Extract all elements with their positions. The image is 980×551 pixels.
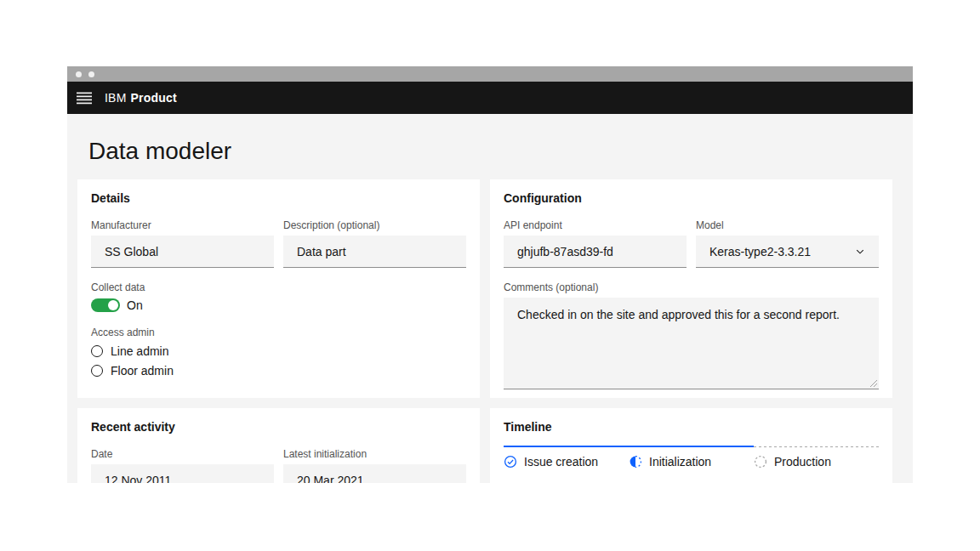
api-endpoint-value: ghjufb-87asd39-fd — [517, 245, 613, 258]
details-heading: Details — [91, 190, 466, 206]
collect-data-toggle-row: On — [91, 298, 466, 313]
manufacturer-field-group: Manufacturer SS Global — [91, 219, 274, 268]
page-title: Data modeler — [88, 136, 892, 167]
comments-value: Checked in on the site and approved this… — [517, 308, 840, 321]
timeline-step-issue-creation: Issue creation — [504, 446, 629, 469]
radio-option-label: Line admin — [111, 344, 169, 358]
date-value: 12 Nov 2011 — [105, 474, 171, 484]
comments-label: Comments (optional) — [504, 281, 879, 294]
timeline-step-body: Production — [754, 447, 879, 469]
description-value: Data part — [297, 245, 346, 258]
collect-data-state: On — [127, 298, 143, 312]
app-window: IBMProduct Data modeler Details Manufact… — [67, 66, 913, 483]
timeline-step-initialization: Initialization — [629, 446, 754, 469]
circle-dash-icon — [754, 455, 767, 469]
hamburger-menu-icon — [77, 92, 92, 105]
date-input[interactable]: 12 Nov 2011 — [91, 464, 274, 483]
checkmark-outline-icon — [504, 455, 517, 469]
latest-initialization-value: 20 Mar 2021 — [297, 474, 364, 484]
incomplete-icon — [629, 455, 642, 469]
latest-initialization-field-group: Latest initialization 20 Mar 2021 — [283, 447, 466, 483]
page-content: Data modeler Details Manufacturer SS Glo… — [67, 114, 913, 483]
manufacturer-value: SS Global — [105, 245, 158, 258]
model-field-group: Model Keras-type2-3.3.21 — [696, 219, 879, 268]
date-label: Date — [91, 447, 274, 461]
manufacturer-input[interactable]: SS Global — [91, 236, 274, 268]
recent-activity-card: Recent activity Date 12 Nov 2011 Latest … — [77, 408, 480, 483]
radio-button-icon[interactable] — [91, 365, 103, 377]
timeline-step-label: Initialization — [649, 455, 711, 469]
api-endpoint-field-group: API endpoint ghjufb-87asd39-fd — [504, 219, 687, 268]
configuration-card: Configuration API endpoint ghjufb-87asd3… — [490, 179, 892, 398]
model-label: Model — [696, 219, 879, 232]
collect-data-toggle[interactable] — [91, 298, 120, 312]
details-card: Details Manufacturer SS Global Descripti… — [77, 179, 480, 398]
radio-button-icon[interactable] — [91, 345, 103, 357]
description-field-group: Description (optional) Data part — [283, 219, 466, 268]
window-dot — [88, 71, 94, 77]
collect-data-group: Collect data On — [91, 281, 466, 313]
window-titlebar — [67, 66, 913, 82]
api-endpoint-label: API endpoint — [504, 219, 687, 232]
cards-grid: Details Manufacturer SS Global Descripti… — [77, 179, 892, 483]
timeline-progress-indicator: Issue creation Initialization — [504, 446, 879, 469]
timeline-card: Timeline Issue creation — [490, 408, 892, 483]
details-field-row: Manufacturer SS Global Description (opti… — [91, 219, 466, 268]
manufacturer-label: Manufacturer — [91, 219, 274, 232]
app-header: IBMProduct — [67, 82, 913, 114]
configuration-field-row: API endpoint ghjufb-87asd39-fd Model Ker… — [504, 219, 879, 268]
date-field-group: Date 12 Nov 2011 — [91, 447, 274, 483]
api-endpoint-input[interactable]: ghjufb-87asd39-fd — [504, 236, 687, 268]
timeline-step-body: Initialization — [629, 447, 754, 469]
timeline-step-label: Issue creation — [524, 455, 598, 469]
comments-group: Comments (optional) Checked in on the si… — [504, 281, 879, 389]
model-select[interactable]: Keras-type2-3.3.21 — [696, 236, 879, 268]
timeline-step-production: Production — [754, 446, 879, 469]
latest-initialization-label: Latest initialization — [283, 447, 466, 461]
comments-textarea[interactable]: Checked in on the site and approved this… — [504, 298, 879, 389]
recent-activity-heading: Recent activity — [91, 419, 466, 435]
access-admin-group: Access admin Line admin Floor admin — [91, 326, 466, 379]
model-selected-value: Keras-type2-3.3.21 — [709, 245, 811, 258]
radio-option-line-admin[interactable]: Line admin — [91, 343, 466, 360]
brand-prefix: IBM — [105, 91, 127, 105]
toggle-knob-icon — [108, 300, 118, 310]
access-admin-label: Access admin — [91, 326, 466, 339]
latest-initialization-input[interactable]: 20 Mar 2021 — [283, 464, 466, 483]
timeline-step-body: Issue creation — [504, 447, 629, 469]
hamburger-menu-button[interactable] — [68, 82, 100, 114]
window-dot — [76, 71, 82, 77]
configuration-heading: Configuration — [504, 190, 879, 206]
resize-handle-icon[interactable] — [869, 379, 877, 387]
chevron-down-icon — [855, 247, 865, 257]
radio-option-label: Floor admin — [111, 364, 174, 378]
collect-data-label: Collect data — [91, 281, 466, 294]
brand-name: Product — [131, 91, 177, 105]
timeline-heading: Timeline — [504, 419, 879, 435]
recent-activity-field-row: Date 12 Nov 2011 Latest initialization 2… — [91, 447, 466, 483]
description-input[interactable]: Data part — [283, 236, 466, 268]
radio-option-floor-admin[interactable]: Floor admin — [91, 362, 466, 379]
description-label: Description (optional) — [283, 219, 466, 232]
brand: IBMProduct — [105, 91, 177, 105]
timeline-step-label: Production — [774, 455, 831, 469]
